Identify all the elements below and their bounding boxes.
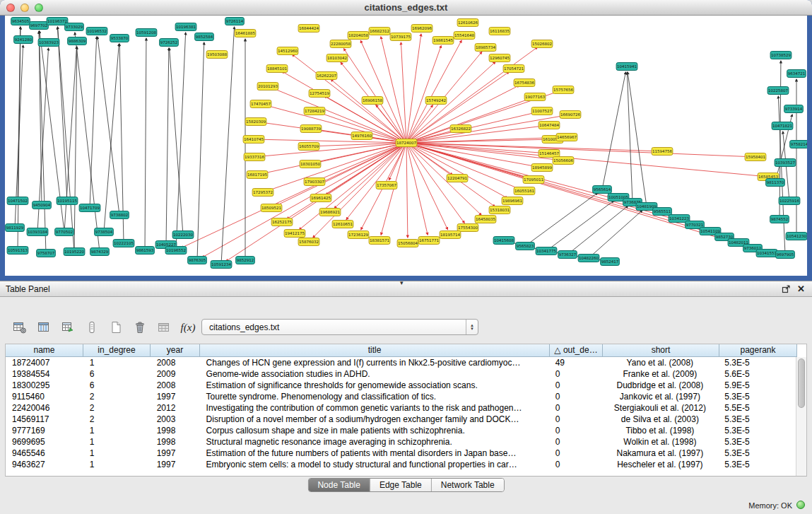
graph-node[interactable]: 9811929	[6, 224, 25, 232]
graph-node[interactable]: 9241280	[14, 36, 33, 44]
graph-node[interactable]: 16410745	[243, 136, 264, 144]
graph-node[interactable]: 10415941	[616, 63, 637, 71]
graph-node[interactable]: 11594756	[652, 148, 673, 156]
graph-node[interactable]: 10196552	[165, 247, 187, 255]
graph-node[interactable]: 12610626	[457, 19, 478, 27]
graph-node[interactable]: 10591208	[136, 29, 157, 37]
column-header-name[interactable]: name	[6, 344, 83, 357]
graph-node[interactable]: 16817195	[247, 171, 268, 179]
window-titlebar[interactable]: citations_edges.txt	[0, 0, 812, 16]
graph-node[interactable]: 9565614	[593, 186, 612, 194]
table-row[interactable]: 977716911998Corpus callosum shape and si…	[6, 425, 796, 436]
graph-node[interactable]: 15749242	[425, 97, 447, 105]
close-window-button[interactable]	[6, 4, 15, 12]
table-row[interactable]: 946554611997Estimation of the future num…	[6, 448, 796, 459]
graph-node[interactable]: 12960745	[489, 54, 510, 62]
graph-node[interactable]: 16458035	[475, 216, 496, 223]
graph-node[interactable]: 10591313	[7, 247, 28, 255]
graph-node[interactable]: 18301050	[300, 160, 321, 168]
graph-node[interactable]: 10225807	[767, 87, 789, 95]
graph-node[interactable]: 10341775	[536, 247, 557, 255]
graph-node[interactable]: 10393527	[775, 159, 796, 167]
graph-node[interactable]: 15056804	[397, 240, 418, 247]
new-file-icon[interactable]	[106, 317, 126, 337]
graph-node[interactable]: 10541230	[786, 233, 807, 240]
graph-node[interactable]: 16961425	[310, 194, 331, 202]
column-header-year[interactable]: year	[151, 344, 200, 357]
graph-node[interactable]: 9450904	[33, 201, 52, 209]
graph-node[interactable]: 9634505	[11, 18, 30, 25]
graph-node[interactable]: 11007527	[531, 107, 553, 115]
graph-node[interactable]: 9874329	[90, 248, 110, 256]
graph-node[interactable]: 18845101	[266, 65, 288, 73]
graph-node[interactable]: 9770502	[55, 228, 74, 236]
graph-node[interactable]: 14976160	[351, 132, 372, 140]
graph-node[interactable]: 16252175	[271, 218, 293, 226]
graph-node[interactable]: 16262207	[316, 72, 337, 80]
graph-node[interactable]: 17357067	[376, 182, 397, 189]
graph-node[interactable]: 19077163	[524, 93, 546, 101]
graph-node[interactable]: 15541648	[454, 32, 475, 40]
table-row[interactable]: 1456911722003Disruption of a novel membe…	[6, 414, 796, 425]
table-scrollbar[interactable]	[796, 357, 806, 476]
graph-node[interactable]: 9634721	[787, 70, 806, 78]
graph-node[interactable]: 10471821	[772, 122, 793, 130]
graph-node[interactable]: 16690726	[560, 111, 581, 119]
graph-node[interactable]: 10383923	[38, 39, 59, 47]
column-header-short[interactable]: short	[603, 344, 719, 357]
import-table-icon[interactable]	[154, 317, 174, 337]
graph-node[interactable]: 16116835	[489, 28, 510, 35]
graph-node[interactable]: 17554300	[457, 224, 478, 232]
graph-node[interactable]: 10415608	[493, 237, 514, 245]
splitter-handle[interactable]: ▾	[400, 280, 404, 286]
graph-node[interactable]: 10739175	[390, 33, 411, 41]
graph-node[interactable]: 10471502	[7, 197, 28, 205]
graph-node[interactable]: 9738802	[110, 211, 129, 219]
network-canvas[interactable]: 1872400718103042162622071275451917284219…	[5, 16, 807, 276]
graph-node[interactable]: 10222105	[113, 240, 134, 247]
graph-node[interactable]: 9733914	[784, 105, 804, 113]
tab-edge-table[interactable]: Edge Table	[370, 479, 432, 491]
graph-node[interactable]: 9758707	[37, 250, 56, 257]
tab-network-table[interactable]: Network Table	[432, 479, 504, 491]
column-header-pagerank[interactable]: pagerank	[719, 344, 797, 357]
function-builder-button[interactable]: f(x)	[178, 317, 198, 337]
table-mode-icon[interactable]	[10, 317, 30, 337]
graph-node[interactable]: 10393184	[27, 228, 48, 236]
edit-table-icon[interactable]	[58, 317, 78, 337]
graph-node[interactable]: 10196381	[175, 23, 196, 31]
graph-node[interactable]: 15318031	[489, 206, 510, 214]
graph-node[interactable]: 9565823	[516, 243, 535, 250]
graph-node[interactable]: 17054721	[503, 65, 524, 73]
graph-node[interactable]: 17284219	[304, 107, 325, 115]
column-header-out_degree[interactable]: △ out_de…	[550, 344, 603, 357]
graph-node[interactable]: 17903307	[304, 178, 325, 186]
graph-node[interactable]: 19088739	[300, 125, 322, 133]
graph-node[interactable]: 10195115	[57, 197, 78, 205]
graph-node[interactable]: 18381571	[369, 237, 390, 245]
graph-node[interactable]: 12754519	[309, 90, 330, 98]
graph-node[interactable]: 10647484	[539, 122, 560, 129]
graph-node[interactable]: 9736327	[558, 251, 577, 259]
graph-node[interactable]: 10225916	[779, 197, 800, 205]
graph-node[interactable]: 18724007	[396, 139, 417, 147]
graph-node[interactable]: 19686921	[319, 209, 341, 216]
graph-node[interactable]: 9874552	[770, 216, 789, 223]
graph-node[interactable]: 9852912	[236, 257, 255, 264]
graph-node[interactable]: 9726114	[225, 18, 245, 25]
graph-node[interactable]: 12610651	[332, 221, 353, 228]
graph-node[interactable]: 9726252	[160, 39, 179, 47]
graph-node[interactable]: 19412175	[284, 230, 305, 238]
graph-node[interactable]: 16461885	[235, 30, 256, 37]
graph-node[interactable]: 9738504	[95, 228, 114, 236]
table-selector-dropdown[interactable]: citations_edges.txt ▲▼	[201, 319, 478, 335]
graph-node[interactable]: 18103042	[326, 54, 348, 62]
graph-node[interactable]: 15757656	[553, 86, 574, 94]
tab-node-table[interactable]: Node Table	[308, 479, 370, 491]
graph-node[interactable]: 10738529	[770, 52, 792, 59]
graph-node[interactable]: 15146457	[539, 150, 560, 158]
scrollbar-thumb[interactable]	[798, 358, 805, 408]
minimize-window-button[interactable]	[20, 4, 29, 12]
table-row[interactable]: 1938455462009Genome-wide association stu…	[6, 368, 796, 380]
graph-node[interactable]: 22280058	[330, 40, 351, 48]
